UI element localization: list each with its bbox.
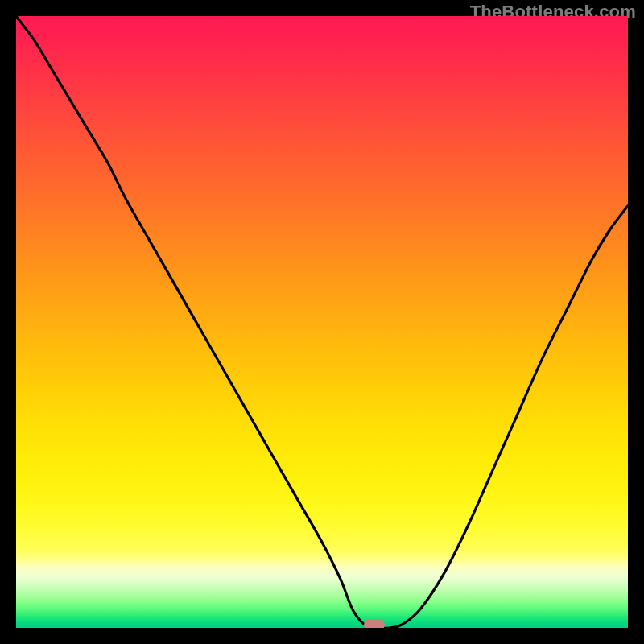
optimum-marker bbox=[364, 619, 385, 628]
curve-svg bbox=[16, 16, 628, 628]
bottleneck-curve bbox=[16, 16, 628, 628]
chart-stage: TheBottleneck.com bbox=[0, 0, 644, 644]
plot-area bbox=[16, 16, 628, 628]
